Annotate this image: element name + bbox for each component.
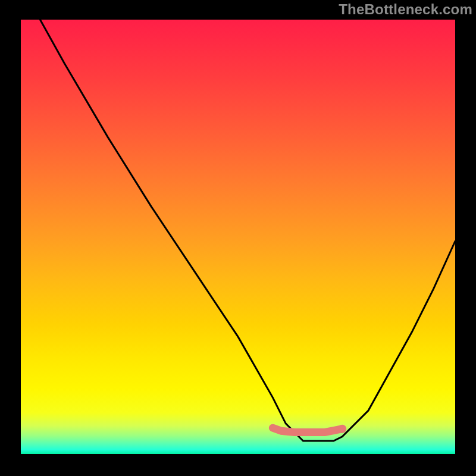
watermark-text: TheBottleneck.com (339, 1, 472, 18)
plot-background (21, 20, 455, 454)
chart-canvas (0, 0, 476, 476)
bottleneck-chart: TheBottleneck.com (0, 0, 476, 476)
optimal-end-dot (338, 425, 346, 433)
optimal-region-band (273, 428, 342, 432)
